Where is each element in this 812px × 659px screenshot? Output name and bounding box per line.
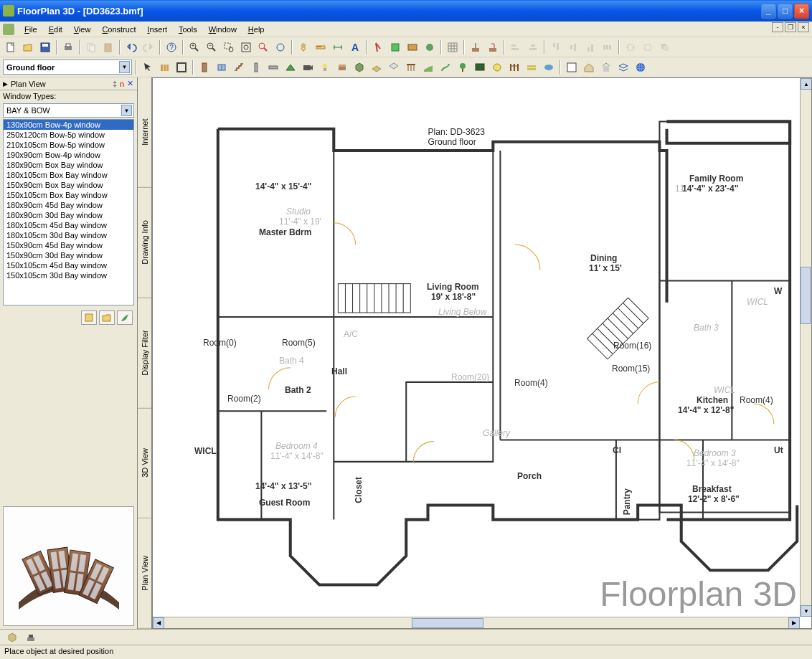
stair-tool[interactable] xyxy=(231,60,247,75)
menu-window[interactable]: Window xyxy=(203,24,242,35)
list-item[interactable]: 250x120cm Bow-5p window xyxy=(4,130,133,140)
floor-selector[interactable]: Ground floor ▼ xyxy=(3,60,132,75)
column-tool[interactable] xyxy=(248,60,264,75)
zoom-out-button[interactable]: − xyxy=(204,39,219,55)
tool-d-button[interactable] xyxy=(422,39,438,55)
list-item[interactable]: 150x90cm Box Bay window xyxy=(4,180,133,190)
zoom-prev-button[interactable] xyxy=(255,39,271,55)
zoom-realtime-button[interactable] xyxy=(273,39,288,55)
drawing-canvas[interactable]: Plan: DD-3623 Ground floor 14'-4" x 15'-… xyxy=(152,77,812,629)
list-item[interactable]: 180x105cm 30d Bay window xyxy=(4,230,133,240)
plant-tool[interactable] xyxy=(455,60,471,75)
maximize-button[interactable]: □ xyxy=(778,4,793,19)
save-button[interactable] xyxy=(37,39,53,55)
tab-display-filter[interactable]: Display Filter xyxy=(138,298,151,409)
object-tool[interactable] xyxy=(351,60,367,75)
window-items-list[interactable]: 130x90cm Bow-4p window250x120cm Bow-5p w… xyxy=(3,119,134,305)
roof-tool[interactable] xyxy=(283,60,298,75)
menu-help[interactable]: Help xyxy=(242,24,270,35)
dimension-button[interactable] xyxy=(330,39,346,55)
print-button[interactable] xyxy=(60,39,76,55)
list-item[interactable]: 130x90cm Bow-4p window xyxy=(4,120,133,130)
horizontal-scrollbar[interactable]: ◀ ▶ xyxy=(153,617,800,628)
window-type-selector[interactable]: BAY & BOW ▼ xyxy=(3,103,134,118)
ortho-button[interactable] xyxy=(485,39,501,55)
zoom-fit-button[interactable] xyxy=(238,39,254,55)
scroll-right-button[interactable]: ▶ xyxy=(788,617,800,629)
menu-edit[interactable]: Edit xyxy=(43,24,68,35)
select-tool[interactable] xyxy=(139,60,155,75)
list-item[interactable]: 180x90cm Box Bay window xyxy=(4,160,133,170)
house-tool[interactable] xyxy=(581,60,597,75)
terrain-tool[interactable] xyxy=(420,60,436,75)
pool-tool[interactable] xyxy=(541,60,557,75)
tab-internet[interactable]: Internet xyxy=(138,77,151,188)
scroll-left-button[interactable]: ◀ xyxy=(153,617,164,629)
panel-folder-button[interactable] xyxy=(99,310,115,325)
panel-props-button[interactable] xyxy=(81,310,97,325)
panel-paint-button[interactable] xyxy=(117,310,133,325)
layers-tool[interactable] xyxy=(615,60,631,75)
render-tool[interactable] xyxy=(564,60,580,75)
list-item[interactable]: 180x105cm Box Bay window xyxy=(4,170,133,180)
menu-construct[interactable]: Construct xyxy=(96,24,141,35)
text-button[interactable]: A xyxy=(347,39,363,55)
list-item[interactable]: 150x105cm 45d Bay window xyxy=(4,260,133,270)
tool-a-button[interactable] xyxy=(370,39,386,55)
minimize-button[interactable]: _ xyxy=(761,4,776,19)
pin-icon[interactable]: ‡ xyxy=(113,80,120,88)
close-panel-icon[interactable]: ✕ xyxy=(127,79,134,88)
scroll-down-button[interactable]: ▼ xyxy=(801,605,812,617)
list-item[interactable]: 180x90cm 45d Bay window xyxy=(4,200,133,210)
vertical-scrollbar[interactable]: ▲ ▼ xyxy=(800,78,811,617)
rail-tool[interactable] xyxy=(403,60,419,75)
globe-tool[interactable] xyxy=(633,60,648,75)
scroll-thumb-v[interactable] xyxy=(801,267,811,324)
list-item[interactable]: 150x90cm 45d Bay window xyxy=(4,240,133,250)
list-item[interactable]: 150x105cm 30d Bay window xyxy=(4,270,133,280)
screen-tool[interactable] xyxy=(472,60,488,75)
list-item[interactable]: 150x90cm 30d Bay window xyxy=(4,250,133,260)
mdi-minimize[interactable]: - xyxy=(772,22,783,32)
open-button[interactable] xyxy=(20,39,36,55)
ceiling-tool[interactable] xyxy=(386,60,402,75)
menu-file[interactable]: File xyxy=(19,24,43,35)
list-item[interactable]: 150x105cm Box Bay window xyxy=(4,190,133,200)
scroll-thumb-h[interactable] xyxy=(412,618,483,628)
tab-3d-view[interactable]: 3D View xyxy=(138,408,151,518)
snap-button[interactable] xyxy=(468,39,483,55)
status-tool-a[interactable] xyxy=(4,630,20,645)
list-item[interactable]: 180x105cm 45d Bay window xyxy=(4,220,133,230)
path-tool[interactable] xyxy=(438,60,453,75)
new-button[interactable] xyxy=(3,39,19,55)
room-tool[interactable] xyxy=(174,60,189,75)
mdi-restore[interactable]: ❐ xyxy=(785,22,796,32)
tab-drawing-info[interactable]: Drawing Info xyxy=(138,188,151,298)
scroll-up-button[interactable]: ▲ xyxy=(801,78,812,90)
door-tool[interactable] xyxy=(197,60,212,75)
list-item[interactable]: 190x90cm Bow-4p window xyxy=(4,150,133,160)
beam-tool[interactable] xyxy=(265,60,281,75)
tool-c-button[interactable] xyxy=(405,39,420,55)
light-tool[interactable] xyxy=(317,60,333,75)
list-item[interactable]: 210x105cm Bow-5p window xyxy=(4,140,133,150)
grid-button[interactable] xyxy=(445,39,461,55)
camera-tool[interactable] xyxy=(300,60,316,75)
status-tool-b[interactable] xyxy=(23,630,39,645)
menu-insert[interactable]: Insert xyxy=(141,24,173,35)
tool-b-button[interactable] xyxy=(387,39,403,55)
wall-tool[interactable] xyxy=(156,60,172,75)
zoom-window-button[interactable] xyxy=(221,39,237,55)
list-item[interactable]: 180x90cm 30d Bay window xyxy=(4,210,133,220)
menu-view[interactable]: View xyxy=(68,24,97,35)
elevation-tool[interactable] xyxy=(598,60,614,75)
red-tack-icon[interactable]: n xyxy=(120,80,127,88)
fence-tool[interactable] xyxy=(506,60,522,75)
collapse-icon[interactable]: ▶ xyxy=(3,80,8,87)
floor-tool[interactable] xyxy=(369,60,384,75)
close-button[interactable]: × xyxy=(794,4,809,19)
help-button[interactable]: ? xyxy=(164,39,179,55)
slab-tool[interactable] xyxy=(524,60,539,75)
furniture-tool[interactable] xyxy=(334,60,350,75)
zoom-in-button[interactable]: + xyxy=(187,39,202,55)
